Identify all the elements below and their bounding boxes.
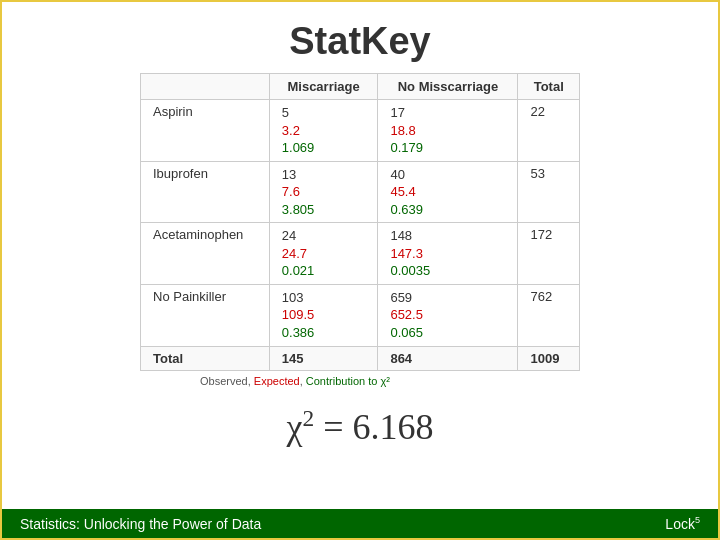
- footer-right-text: Lock5: [665, 515, 700, 532]
- observed-value: 5: [282, 104, 366, 122]
- expected-value: 3.2: [282, 122, 366, 140]
- app-title: StatKey: [289, 20, 431, 62]
- row-label-no-painkiller: No Painkiller: [141, 284, 270, 346]
- row-label-aspirin: Aspirin: [141, 100, 270, 162]
- row-label-acetaminophen: Acetaminophen: [141, 223, 270, 285]
- expected-legend: Expected: [254, 375, 300, 387]
- cell-ibuprofen-miscarriage: 13 7.6 3.805: [269, 161, 378, 223]
- cell-nopainkiller-total: 762: [518, 284, 580, 346]
- observed-value: 17: [390, 104, 505, 122]
- footer: Statistics: Unlocking the Power of Data …: [2, 509, 718, 538]
- col-header-label: [141, 74, 270, 100]
- expected-value: 147.3: [390, 245, 505, 263]
- cell-aspirin-no-miscarriage: 17 18.8 0.179: [378, 100, 518, 162]
- table-row: Ibuprofen 13 7.6 3.805 40 45.4 0.639: [141, 161, 580, 223]
- observed-value: 148: [390, 227, 505, 245]
- cell-aspirin-miscarriage: 5 3.2 1.069: [269, 100, 378, 162]
- cell-grand-total: 1009: [518, 346, 580, 370]
- table-legend: Observed, Expected, Contribution to χ²: [140, 371, 580, 387]
- row-label-total: Total: [141, 346, 270, 370]
- contribution-value: 0.0035: [390, 262, 505, 280]
- contribution-legend: Contribution to χ²: [306, 375, 390, 387]
- cell-nopainkiller-no-miscarriage: 659 652.5 0.065: [378, 284, 518, 346]
- contribution-value: 0.179: [390, 139, 505, 157]
- header: StatKey: [2, 2, 718, 73]
- contribution-value: 0.021: [282, 262, 366, 280]
- table-container: Miscarriage No Misscarriage Total Aspiri…: [2, 73, 718, 387]
- cell-nopainkiller-miscarriage: 103 109.5 0.386: [269, 284, 378, 346]
- observed-value: 103: [282, 289, 366, 307]
- observed-value: 24: [282, 227, 366, 245]
- observed-value: 13: [282, 166, 366, 184]
- cell-acetaminophen-total: 172: [518, 223, 580, 285]
- observed-value: 659: [390, 289, 505, 307]
- expected-value: 18.8: [390, 122, 505, 140]
- row-label-ibuprofen: Ibuprofen: [141, 161, 270, 223]
- table-row: Acetaminophen 24 24.7 0.021 148 147.3 0.…: [141, 223, 580, 285]
- expected-value: 109.5: [282, 306, 366, 324]
- footer-left-text: Statistics: Unlocking the Power of Data: [20, 516, 261, 532]
- cell-ibuprofen-no-miscarriage: 40 45.4 0.639: [378, 161, 518, 223]
- cell-aspirin-total: 22: [518, 100, 580, 162]
- col-header-no-miscarriage: No Misscarriage: [378, 74, 518, 100]
- observed-value: 40: [390, 166, 505, 184]
- cell-acetaminophen-no-miscarriage: 148 147.3 0.0035: [378, 223, 518, 285]
- expected-value: 24.7: [282, 245, 366, 263]
- cell-total-miscarriage: 145: [269, 346, 378, 370]
- contribution-value: 3.805: [282, 201, 366, 219]
- col-header-total: Total: [518, 74, 580, 100]
- chi-square-result: χ2 = 6.168: [2, 387, 718, 458]
- table-header-row: Miscarriage No Misscarriage Total: [141, 74, 580, 100]
- contribution-value: 0.386: [282, 324, 366, 342]
- cell-total-no-miscarriage: 864: [378, 346, 518, 370]
- table-row: Aspirin 5 3.2 1.069 17 18.8 0.179: [141, 100, 580, 162]
- contribution-value: 1.069: [282, 139, 366, 157]
- expected-value: 45.4: [390, 183, 505, 201]
- contribution-value: 0.065: [390, 324, 505, 342]
- col-header-miscarriage: Miscarriage: [269, 74, 378, 100]
- cell-acetaminophen-miscarriage: 24 24.7 0.021: [269, 223, 378, 285]
- expected-value: 7.6: [282, 183, 366, 201]
- table-total-row: Total 145 864 1009: [141, 346, 580, 370]
- table-row: No Painkiller 103 109.5 0.386 659 652.5 …: [141, 284, 580, 346]
- chi-square-table: Miscarriage No Misscarriage Total Aspiri…: [140, 73, 580, 371]
- contribution-value: 0.639: [390, 201, 505, 219]
- cell-ibuprofen-total: 53: [518, 161, 580, 223]
- expected-value: 652.5: [390, 306, 505, 324]
